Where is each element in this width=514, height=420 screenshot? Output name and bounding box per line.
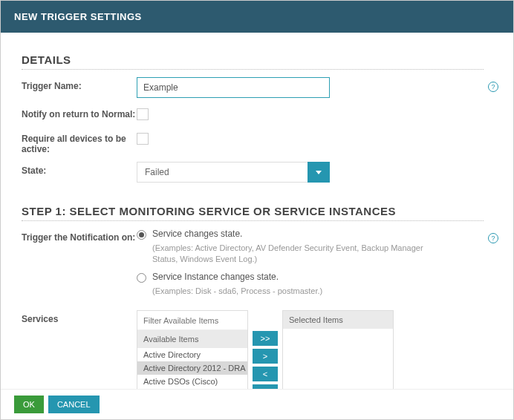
- trigger-name-input[interactable]: [137, 77, 330, 98]
- transfer-buttons: >> > < <<: [253, 310, 278, 389]
- trigger-on-control: Service changes state. (Examples: Active…: [137, 229, 484, 303]
- state-select-value: Failed: [137, 162, 308, 183]
- notify-normal-control: [137, 105, 484, 122]
- help-icon[interactable]: ?: [488, 82, 498, 92]
- ok-button[interactable]: OK: [14, 396, 44, 413]
- step1-section-title: STEP 1: SELECT MONITORING SERVICE OR SER…: [22, 205, 484, 221]
- selected-header: Selected Items: [283, 311, 393, 329]
- state-select[interactable]: Failed: [137, 162, 330, 183]
- trigger-name-label: Trigger Name:: [22, 77, 137, 91]
- dialog-body: DETAILS Trigger Name: ? Notify on return…: [1, 33, 513, 389]
- cancel-button[interactable]: CANCEL: [48, 396, 100, 413]
- row-services: Services Available Items Active Director…: [22, 310, 484, 389]
- row-state: State: Failed: [22, 162, 484, 183]
- scroll-area[interactable]: DETAILS Trigger Name: ? Notify on return…: [1, 33, 513, 389]
- list-item[interactable]: Active Directory 2012 - DRA: [137, 361, 247, 375]
- radio-option-service[interactable]: Service changes state.: [137, 229, 484, 240]
- dialog-title: NEW TRIGGER SETTINGS: [14, 11, 142, 22]
- chevron-down-icon: [316, 171, 322, 174]
- available-column: Available Items Active DirectoryActive D…: [137, 310, 248, 389]
- state-control: Failed: [137, 162, 484, 183]
- row-require-active: Require all devices to be active:: [22, 130, 484, 154]
- radio-instance-sub: (Examples: Disk - sda6, Process - postma…: [152, 286, 435, 297]
- radio-icon: [137, 273, 146, 283]
- trigger-name-control: [137, 77, 484, 98]
- services-transfer: Available Items Active DirectoryActive D…: [137, 310, 484, 389]
- available-list[interactable]: Active DirectoryActive Directory 2012 - …: [137, 348, 247, 389]
- row-trigger-on: Trigger the Notification on: Service cha…: [22, 229, 484, 303]
- radio-instance-label: Service Instance changes state.: [152, 272, 279, 282]
- add-button[interactable]: >: [253, 349, 278, 364]
- list-item[interactable]: ADTRAN - Device Health: [137, 388, 247, 389]
- radio-service-label: Service changes state.: [152, 229, 242, 239]
- radio-icon: [137, 230, 146, 240]
- services-control: Available Items Active DirectoryActive D…: [137, 310, 484, 389]
- add-all-button[interactable]: >>: [253, 331, 278, 346]
- services-label: Services: [22, 310, 137, 324]
- notify-normal-checkbox[interactable]: [137, 108, 149, 120]
- details-section-title: DETAILS: [22, 53, 484, 70]
- dialog-header: NEW TRIGGER SETTINGS: [1, 1, 513, 33]
- radio-option-instance[interactable]: Service Instance changes state.: [137, 272, 484, 283]
- radio-service-sub: (Examples: Active Directory, AV Defender…: [152, 243, 435, 266]
- dialog-window: NEW TRIGGER SETTINGS DETAILS Trigger Nam…: [0, 0, 514, 420]
- state-select-button[interactable]: [308, 162, 330, 183]
- notify-normal-label: Notify on return to Normal:: [22, 105, 137, 119]
- list-item[interactable]: Active DSOs (Cisco): [137, 375, 247, 388]
- filter-available-input[interactable]: [137, 311, 247, 330]
- available-header: Available Items: [137, 330, 247, 348]
- row-trigger-name: Trigger Name: ?: [22, 77, 484, 98]
- remove-all-button[interactable]: <<: [253, 384, 278, 389]
- selected-column: Selected Items: [282, 310, 394, 389]
- dialog-footer: OK CANCEL: [1, 389, 513, 419]
- remove-button[interactable]: <: [253, 367, 278, 381]
- selected-list[interactable]: [283, 329, 393, 389]
- require-active-checkbox[interactable]: [137, 133, 149, 145]
- help-icon[interactable]: ?: [488, 233, 498, 243]
- trigger-on-label: Trigger the Notification on:: [22, 229, 137, 243]
- state-label: State:: [22, 162, 137, 176]
- row-notify-normal: Notify on return to Normal:: [22, 105, 484, 122]
- require-active-control: [137, 130, 484, 147]
- require-active-label: Require all devices to be active:: [22, 130, 137, 154]
- list-item[interactable]: Active Directory: [137, 348, 247, 361]
